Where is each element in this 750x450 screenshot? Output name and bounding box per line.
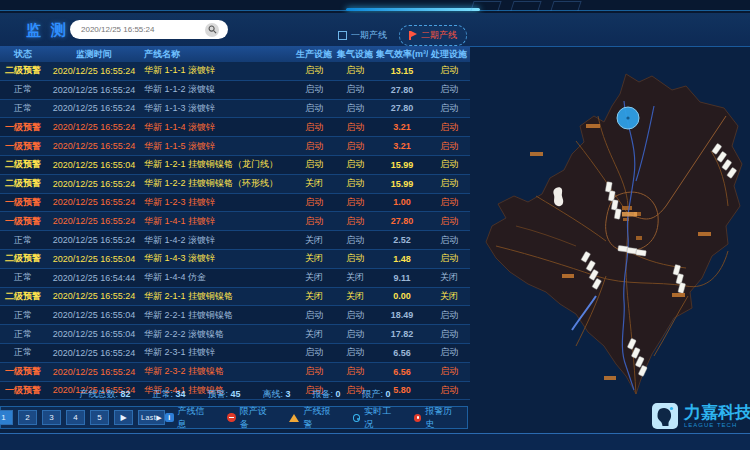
gas-facility-cell: 启动 bbox=[334, 121, 376, 134]
page-button[interactable]: 1 bbox=[0, 410, 13, 425]
table-row[interactable]: 一级预警2020/12/25 16:55:24华新 1-1-5 滚镀锌启动启动3… bbox=[0, 137, 470, 156]
efficiency-cell: 3.21 bbox=[376, 141, 428, 151]
production-facility-cell: 关闭 bbox=[294, 271, 334, 284]
page-title: 监测 bbox=[26, 21, 76, 40]
summary-label: 限产: bbox=[363, 389, 386, 399]
legend-item[interactable]: 报警历史 bbox=[414, 405, 459, 431]
table-row[interactable]: 二级预警2020/12/25 16:55:24华新 1-2-2 挂镀铜镍铬（环形… bbox=[0, 175, 470, 194]
line-name-cell: 华新 1-1-3 滚镀锌 bbox=[142, 102, 294, 115]
production-facility-cell: 启动 bbox=[294, 140, 334, 153]
treatment-facility-cell: 启动 bbox=[428, 64, 470, 77]
next-page-button[interactable]: ▶ bbox=[114, 410, 133, 425]
time-cell: 2020/12/25 16:55:04 bbox=[46, 160, 142, 170]
logo-icon bbox=[652, 403, 678, 429]
page-button[interactable]: 5 bbox=[90, 410, 109, 425]
legend-label: 产线信息 bbox=[178, 405, 212, 431]
table-row[interactable]: 二级预警2020/12/25 16:55:24华新 2-1-1 挂镀铜镍铬关闭关… bbox=[0, 288, 470, 307]
production-facility-cell: 启动 bbox=[294, 215, 334, 228]
legend-item[interactable]: 产线报警 bbox=[289, 405, 336, 431]
table-row[interactable]: 正常2020/12/25 16:55:24华新 2-3-1 挂镀锌启动启动6.5… bbox=[0, 344, 470, 363]
line-name-cell: 华新 1-1-4 滚镀锌 bbox=[142, 121, 294, 134]
summary-bar: 产线总数: 82正常: 34预警: 45离线: 3报备: 0限产: 0 bbox=[0, 386, 470, 402]
page-button[interactable]: 2 bbox=[18, 410, 37, 425]
summary-value: 0 bbox=[386, 389, 391, 399]
treatment-facility-cell: 启动 bbox=[428, 196, 470, 209]
production-facility-cell: 启动 bbox=[294, 158, 334, 171]
gas-facility-cell: 启动 bbox=[334, 328, 376, 341]
time-cell: 2020/12/25 16:55:24 bbox=[46, 235, 142, 245]
time-cell: 2020/12/25 16:55:04 bbox=[46, 254, 142, 264]
column-header-production: 生产设施 bbox=[294, 48, 334, 61]
treatment-facility-cell: 启动 bbox=[428, 365, 470, 378]
production-facility-cell: 关闭 bbox=[294, 252, 334, 265]
gas-facility-cell: 启动 bbox=[334, 102, 376, 115]
table-row[interactable]: 正常2020/12/25 16:55:24华新 1-1-3 滚镀锌启动启动27.… bbox=[0, 100, 470, 119]
gas-facility-cell: 启动 bbox=[334, 215, 376, 228]
summary-label: 预警: bbox=[207, 389, 230, 399]
top-ghost-shape bbox=[550, 1, 581, 11]
bottom-strip bbox=[0, 433, 750, 450]
table-row[interactable]: 正常2020/12/25 16:55:24华新 1-4-2 滚镀锌关闭启动2.5… bbox=[0, 231, 470, 250]
table-row[interactable]: 一级预警2020/12/25 16:55:24华新 1-4-1 挂镀锌启动启动2… bbox=[0, 212, 470, 231]
page-button[interactable]: 4 bbox=[66, 410, 85, 425]
phase2-label: 二期产线 bbox=[421, 29, 457, 42]
map-panel[interactable] bbox=[476, 46, 750, 402]
restrict-icon bbox=[227, 413, 235, 422]
search-icon bbox=[208, 25, 217, 34]
table-row[interactable]: 一级预警2020/12/25 16:55:24华新 1-2-3 挂镀锌启动启动1… bbox=[0, 194, 470, 213]
summary-value: 3 bbox=[286, 389, 291, 399]
table-row[interactable]: 二级预警2020/12/25 16:55:24华新 1-1-1 滚镀锌启动启动1… bbox=[0, 62, 470, 81]
legend-label: 实时工况 bbox=[364, 405, 398, 431]
search-box bbox=[70, 20, 228, 39]
last-page-button[interactable]: Last▶ bbox=[138, 410, 165, 425]
table-row[interactable]: 二级预警2020/12/25 16:55:04华新 1-4-3 滚镀锌关闭启动1… bbox=[0, 250, 470, 269]
cluster-marker[interactable] bbox=[617, 107, 639, 129]
efficiency-cell: 1.48 bbox=[376, 254, 428, 264]
summary-item: 限产: 0 bbox=[363, 388, 391, 401]
treatment-facility-cell: 启动 bbox=[428, 102, 470, 115]
table-row[interactable]: 二级预警2020/12/25 16:55:04华新 1-2-1 挂镀铜镍铬（龙门… bbox=[0, 156, 470, 175]
treatment-facility-cell: 启动 bbox=[428, 252, 470, 265]
status-cell: 二级预警 bbox=[0, 158, 46, 171]
gas-facility-cell: 启动 bbox=[334, 64, 376, 77]
search-button[interactable] bbox=[205, 23, 219, 37]
gas-facility-cell: 启动 bbox=[334, 234, 376, 247]
legend-item[interactable]: 限产设备 bbox=[227, 405, 273, 431]
table-row[interactable]: 一级预警2020/12/25 16:55:24华新 2-3-2 挂镀镍铬启动启动… bbox=[0, 363, 470, 382]
phase1-checkbox[interactable]: 一期产线 bbox=[338, 29, 387, 42]
summary-label: 离线: bbox=[263, 389, 286, 399]
line-name-cell: 华新 1-4-2 滚镀锌 bbox=[142, 234, 294, 247]
table-row[interactable]: 正常2020/12/25 16:55:24华新 1-1-2 滚镀镍启动启动27.… bbox=[0, 81, 470, 100]
history-icon bbox=[414, 414, 422, 422]
summary-item: 正常: 34 bbox=[152, 388, 185, 401]
table-row[interactable]: 正常2020/12/25 16:55:04华新 2-2-2 滚镀镍铬关闭启动17… bbox=[0, 325, 470, 344]
line-name-cell: 华新 1-1-2 滚镀镍 bbox=[142, 83, 294, 96]
status-cell: 一级预警 bbox=[0, 140, 46, 153]
status-cell: 一级预警 bbox=[0, 365, 46, 378]
line-name-cell: 华新 2-3-2 挂镀镍铬 bbox=[142, 365, 294, 378]
status-cell: 正常 bbox=[0, 83, 46, 96]
line-name-cell: 华新 2-2-1 挂镀铜镍铬 bbox=[142, 309, 294, 322]
gas-facility-cell: 启动 bbox=[334, 196, 376, 209]
status-cell: 正常 bbox=[0, 346, 46, 359]
legend-item[interactable]: 实时工况 bbox=[353, 405, 398, 431]
table-row[interactable]: 正常2020/12/25 16:54:44华新 1-4-4 仿金关闭关闭9.11… bbox=[0, 269, 470, 288]
efficiency-cell: 17.82 bbox=[376, 329, 428, 339]
line-name-cell: 华新 1-2-2 挂镀铜镍铬（环形线） bbox=[142, 177, 294, 190]
table-row[interactable]: 一级预警2020/12/25 16:55:24华新 1-1-4 滚镀锌启动启动3… bbox=[0, 118, 470, 137]
search-input[interactable] bbox=[79, 24, 205, 35]
summary-value: 0 bbox=[336, 389, 341, 399]
legend-item[interactable]: i产线信息 bbox=[165, 405, 211, 431]
summary-item: 离线: 3 bbox=[263, 388, 291, 401]
flag-icon bbox=[409, 31, 417, 40]
phase2-button[interactable]: 二期产线 bbox=[399, 25, 467, 46]
treatment-facility-cell: 启动 bbox=[428, 83, 470, 96]
table-row[interactable]: 正常2020/12/25 16:55:04华新 2-2-1 挂镀铜镍铬启动启动1… bbox=[0, 306, 470, 325]
page-button[interactable]: 3 bbox=[42, 410, 61, 425]
table-body: 二级预警2020/12/25 16:55:24华新 1-1-1 滚镀锌启动启动1… bbox=[0, 62, 470, 400]
line-name-cell: 华新 2-2-2 滚镀镍铬 bbox=[142, 328, 294, 341]
bottom-toolbar: 12345▶Last▶ i产线信息限产设备产线报警实时工况报警历史 bbox=[0, 406, 468, 429]
efficiency-cell: 1.00 bbox=[376, 197, 428, 207]
summary-label: 正常: bbox=[152, 389, 175, 399]
time-cell: 2020/12/25 16:55:24 bbox=[46, 348, 142, 358]
